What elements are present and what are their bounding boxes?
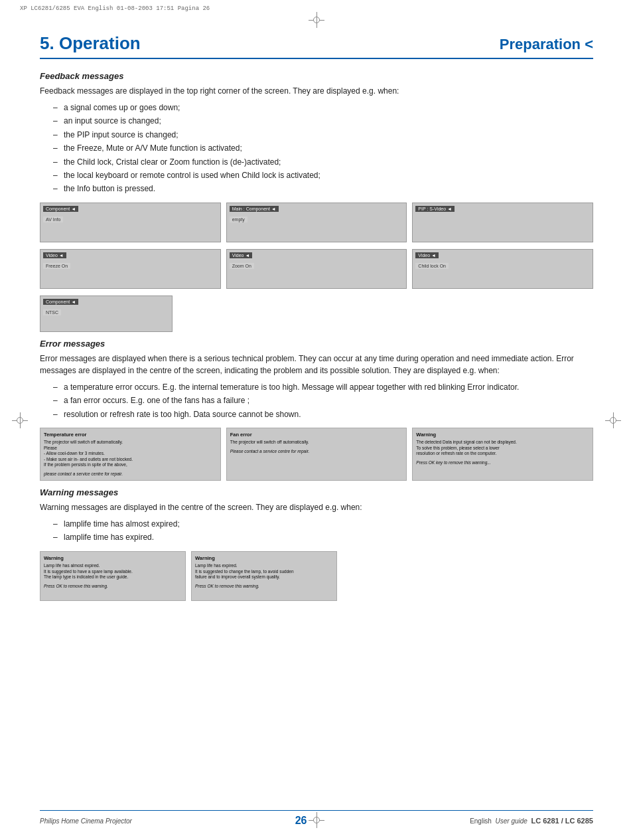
list-item: lamplife time has almost expired; [53, 517, 593, 531]
screenshot-label: Video ◄ [415, 252, 439, 258]
screenshot-video-zoom: Video ◄ Zoom On [226, 249, 407, 289]
list-item: resolution or refresh rate is too high. … [53, 408, 593, 421]
error-footer: please contact a service centre for repa… [44, 471, 217, 477]
screenshot-label: Main : Component ◄ [230, 206, 279, 212]
list-item: the Info button is pressed. [53, 182, 593, 195]
feedback-intro: Feedback messages are displayed in the t… [40, 85, 593, 97]
feedback-screenshots-row2: Video ◄ Freeze On Video ◄ Zoom On Video … [40, 249, 593, 289]
warning-heading: Warning messages [40, 487, 593, 497]
error-screenshot-fan: Fan error The projector will switch off … [226, 428, 407, 481]
warning-body: Lamp life has expired.It is suggested to… [195, 563, 333, 580]
footer-right: English User guide LC 6281 / LC 6285 [470, 817, 593, 825]
error-bullets: a temperature error occurs. E.g. the int… [40, 380, 593, 421]
list-item: the local keyboard or remote control is … [53, 169, 593, 182]
reg-mark-top [309, 12, 324, 28]
footer-guide: User guide [496, 817, 528, 825]
warning-section: Warning messages Warning messages are di… [40, 487, 593, 601]
screenshot-label: Component ◄ [43, 299, 78, 305]
list-item: the Freeze, Mute or A/V Mute function is… [53, 141, 593, 155]
error-heading: Error messages [40, 339, 593, 349]
error-title: Temperature error [44, 432, 217, 439]
list-item: a temperature error occurs. E.g. the int… [53, 380, 593, 394]
section-subtitle: Preparation < [500, 36, 593, 53]
screenshot-sub: Child lock On [415, 263, 449, 269]
screenshot-label: Video ◄ [230, 252, 253, 258]
warning-body: Lamp life has almost expired.It is sugge… [44, 563, 182, 580]
list-item: an input source is changed; [53, 114, 593, 127]
screenshot-label: Video ◄ [43, 252, 66, 258]
error-body: The detected Data input signal can not b… [416, 440, 589, 456]
warning-bullets: lamplife time has almost expired; lampli… [40, 517, 593, 545]
error-footer: Please contact a service centre for repa… [230, 448, 403, 454]
warning-intro: Warning messages are displayed in the ce… [40, 501, 593, 513]
list-item: a signal comes up or goes down; [53, 101, 593, 114]
screenshot-label: PIP : S-Video ◄ [415, 206, 455, 212]
warning-screenshots: Warning Lamp life has almost expired.It … [40, 551, 593, 601]
warning-title: Warning [195, 555, 333, 562]
main-content: 5. Operation Preparation < Feedback mess… [40, 33, 593, 608]
reg-mark-right [605, 412, 621, 428]
error-title: Warning [416, 432, 589, 439]
footer-lang: English [470, 817, 492, 825]
feedback-screenshots-row3: Component ◄ NTSC [40, 295, 593, 332]
error-screenshots: Temperature error The projector will swi… [40, 428, 593, 481]
feedback-section: Feedback messages Feedback messages are … [40, 71, 593, 332]
screenshot-sub: NTSC [43, 309, 61, 315]
list-item: the Child lock, Cristal clear or Zoom fu… [53, 155, 593, 169]
feedback-heading: Feedback messages [40, 71, 593, 81]
screenshot-component-avinfo: Component ◄ AV Info [40, 203, 221, 242]
error-body: The projector will switch off automatica… [44, 440, 217, 467]
page-header: 5. Operation Preparation < [40, 33, 593, 59]
list-item: a fan error occurs. E.g. one of the fans… [53, 394, 593, 407]
screenshot-pip-svideo: PIP : S-Video ◄ [412, 203, 593, 242]
screenshot-main-component: Main : Component ◄ empty [226, 203, 407, 242]
error-screenshot-temperature: Temperature error The projector will swi… [40, 428, 221, 481]
page-number: 26 [295, 815, 307, 827]
warning-footer: Press OK to remove this warning. [195, 583, 333, 589]
list-item: the PIP input source is changed; [53, 128, 593, 141]
screenshot-video-childlock: Video ◄ Child lock On [412, 249, 593, 289]
error-screenshot-warning: Warning The detected Data input signal c… [412, 428, 593, 481]
warning-footer: Press OK to remove this warning. [44, 583, 182, 589]
warning-title: Warning [44, 555, 182, 562]
reg-mark-left [12, 412, 28, 428]
screenshot-sub: Freeze On [43, 263, 70, 269]
screenshot-sub: AV Info [43, 216, 63, 222]
warning-screenshot-expired: Warning Lamp life has expired.It is sugg… [191, 551, 337, 601]
feedback-bullets: a signal comes up or goes down; an input… [40, 101, 593, 196]
page-footer: Philips Home Cinema Projector 26 English… [40, 810, 593, 827]
footer-left: Philips Home Cinema Projector [40, 817, 132, 825]
error-title: Fan error [230, 432, 403, 439]
footer-model: LC 6281 / LC 6285 [531, 817, 593, 825]
screenshot-sub: Zoom On [230, 263, 254, 269]
error-intro: Error messages are displayed when there … [40, 353, 593, 377]
error-footer: Press OK key to remove this warning... [416, 460, 589, 465]
screenshot-label: Component ◄ [43, 206, 78, 212]
list-item: lamplife time has expired. [53, 531, 593, 544]
feedback-screenshots-row1: Component ◄ AV Info Main : Component ◄ e… [40, 203, 593, 242]
screenshot-component-ntsc: Component ◄ NTSC [40, 295, 173, 332]
screenshot-sub: empty [230, 216, 247, 222]
section-title: 5. Operation [40, 33, 141, 54]
screenshot-video-freeze: Video ◄ Freeze On [40, 249, 221, 289]
warning-screenshot-almost: Warning Lamp life has almost expired.It … [40, 551, 186, 601]
error-body: The projector will switch off automatica… [230, 440, 403, 445]
error-section: Error messages Error messages are displa… [40, 339, 593, 481]
top-meta-bar: XP LC6281/6285 EVA English 01-08-2003 17… [20, 5, 210, 12]
